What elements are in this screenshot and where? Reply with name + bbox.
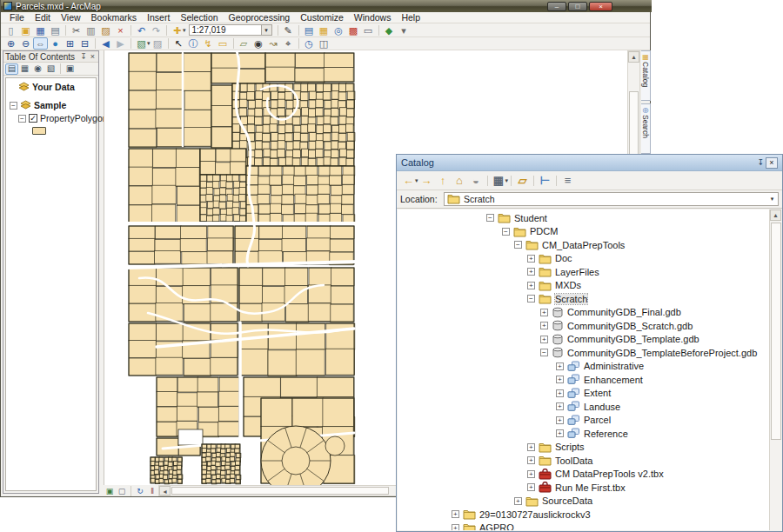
- expand-icon[interactable]: +: [527, 282, 535, 289]
- catalog-tree-item[interactable]: +CommunityGDB_Scratch.gdb: [540, 319, 693, 332]
- go-back-extent-button[interactable]: ◀: [98, 37, 113, 50]
- expand-icon[interactable]: +: [527, 456, 535, 464]
- close-icon[interactable]: ×: [766, 157, 778, 169]
- catalog-tree-item[interactable]: −Student: [486, 211, 547, 224]
- arctoolbox-window-button[interactable]: ▩: [346, 24, 361, 37]
- redo-button[interactable]: ↷: [149, 24, 164, 37]
- catalog-tree-item[interactable]: +AGPRO: [452, 522, 514, 531]
- find-route-button[interactable]: ↝: [266, 37, 281, 50]
- title-bar[interactable]: Parcels.mxd - ArcMap – □ ×: [1, 0, 652, 12]
- html-popup-button[interactable]: ▭: [216, 37, 231, 50]
- scrollbar-thumb[interactable]: [771, 223, 781, 440]
- catalog-tree-item[interactable]: +CommunityGDB_Template.gdb: [540, 333, 699, 346]
- toc-item-propertypolygons[interactable]: − ✓ PropertyPolygons: [18, 112, 112, 124]
- catalog-tree-item[interactable]: +Administrative: [556, 360, 644, 373]
- expand-icon[interactable]: +: [527, 268, 535, 276]
- pin-icon[interactable]: ↧: [78, 52, 89, 61]
- toolbar-options-button[interactable]: ▾: [397, 24, 412, 37]
- catalog-tree-item[interactable]: +SourceData: [514, 495, 592, 508]
- list-by-drawing-order-button[interactable]: ▤: [5, 63, 18, 75]
- collapse-icon[interactable]: −: [486, 214, 494, 222]
- copy-button[interactable]: ▥: [84, 24, 98, 37]
- menu-item-geoprocessing[interactable]: Geoprocessing: [224, 12, 296, 23]
- expand-icon[interactable]: +: [556, 376, 564, 383]
- identify-button[interactable]: ⓘ: [186, 37, 201, 50]
- catalog-tree-item[interactable]: +Reference: [556, 427, 628, 440]
- create-viewer-window-button[interactable]: ◫: [317, 37, 331, 50]
- open-folder-button[interactable]: ▣: [18, 24, 33, 37]
- home-folder-button[interactable]: ⌂: [452, 173, 468, 188]
- maximize-button[interactable]: □: [568, 2, 587, 11]
- catalog-tree-item[interactable]: +Extent: [556, 387, 611, 400]
- expand-icon[interactable]: +: [514, 497, 522, 505]
- expand-icon[interactable]: +: [527, 483, 535, 491]
- save-button[interactable]: ▦: [33, 24, 48, 37]
- table-of-contents-window-button[interactable]: ▤: [302, 24, 317, 37]
- catalog-tree-item[interactable]: +Doc: [527, 252, 572, 265]
- catalog-tree-item[interactable]: +ToolData: [527, 454, 592, 467]
- collapse-icon[interactable]: −: [514, 241, 522, 249]
- location-combo[interactable]: Scratch ▾: [444, 192, 779, 206]
- catalog-tree-item[interactable]: −Scratch: [527, 292, 587, 305]
- scale-dropdown-icon[interactable]: ▾: [261, 25, 271, 35]
- toc-item-sample[interactable]: − Sample: [10, 99, 66, 111]
- new-document-button[interactable]: ▯: [3, 24, 18, 37]
- map-scale-combo[interactable]: 1:27,019 ▾: [189, 24, 272, 36]
- expand-icon[interactable]: +: [540, 322, 548, 329]
- catalog-tree-item[interactable]: +Run Me First.tbx: [527, 481, 626, 494]
- editor-toolbar-button[interactable]: ✎: [281, 24, 296, 37]
- tab-catalog[interactable]: ▦ Catalog: [641, 50, 651, 101]
- catalog-tree-item[interactable]: −CommunityGDB_TemplateBeforeProject.gdb: [540, 346, 757, 359]
- paste-button[interactable]: ▨: [98, 24, 113, 37]
- go-to-xy-button[interactable]: ⌖: [281, 37, 296, 50]
- expand-icon[interactable]: +: [540, 309, 548, 316]
- parcel-fill-swatch[interactable]: [32, 127, 46, 135]
- default-geodatabase-button[interactable]: ◒: [468, 173, 485, 188]
- delete-button[interactable]: ×: [113, 24, 128, 37]
- menu-item-customize[interactable]: Customize: [295, 12, 349, 23]
- expand-icon[interactable]: +: [556, 416, 564, 424]
- catalog-tree-item[interactable]: +29=0130727auslickrockv3: [452, 508, 591, 521]
- catalog-tree-item[interactable]: +CM DataPrepTools v2.tbx: [527, 468, 664, 481]
- menu-item-selection[interactable]: Selection: [175, 12, 223, 23]
- catalog-tree-item[interactable]: +Landuse: [556, 400, 620, 413]
- pause-drawing-button[interactable]: ‖: [146, 486, 158, 496]
- find-button[interactable]: ◉: [251, 37, 266, 50]
- catalog-tree-item[interactable]: +Parcel: [556, 414, 611, 427]
- fixed-zoom-out-button[interactable]: ⊟: [77, 37, 92, 50]
- up-one-level-button[interactable]: ↑: [435, 173, 452, 188]
- scroll-up-icon[interactable]: ▴: [770, 209, 781, 221]
- catalog-tree-item[interactable]: +Scripts: [527, 441, 585, 454]
- expand-icon[interactable]: +: [556, 389, 564, 397]
- scrollbar-thumb[interactable]: [171, 487, 389, 495]
- toc-item-your-data[interactable]: Your Data: [18, 81, 75, 93]
- catalog-scrollbar[interactable]: ▴: [769, 209, 782, 530]
- layout-view-button[interactable]: ▢: [116, 486, 128, 496]
- layer-visibility-checkbox[interactable]: ✓: [29, 114, 37, 123]
- close-button[interactable]: ×: [589, 2, 612, 11]
- list-by-source-button[interactable]: ▦: [18, 63, 31, 75]
- catalog-tree-item[interactable]: −PDCM: [502, 225, 558, 238]
- refresh-view-button[interactable]: ↻: [134, 486, 146, 496]
- zoom-out-button[interactable]: ⊖: [18, 37, 33, 50]
- menu-item-bookmarks[interactable]: Bookmarks: [86, 12, 143, 23]
- tree-structure-button[interactable]: ⊢: [537, 173, 553, 188]
- expand-icon[interactable]: +: [556, 402, 564, 410]
- scroll-up-icon[interactable]: ▴: [628, 51, 639, 63]
- catalog-tree-item[interactable]: +Enhancement: [556, 373, 643, 386]
- expand-icon[interactable]: +: [452, 524, 459, 531]
- options-button[interactable]: ≡: [559, 173, 576, 188]
- catalog-tree-item[interactable]: +LayerFiles: [527, 265, 599, 278]
- clear-selection-button[interactable]: ▨: [151, 37, 165, 50]
- list-by-selection-button[interactable]: ▧: [44, 63, 57, 75]
- undo-button[interactable]: ↶: [134, 24, 149, 37]
- search-window-button[interactable]: ◎: [331, 24, 346, 37]
- scroll-left-icon[interactable]: ◂: [159, 486, 171, 495]
- collapse-icon[interactable]: −: [540, 349, 548, 356]
- catalog-window-button[interactable]: ▦: [317, 24, 331, 37]
- fixed-zoom-in-button[interactable]: ⊞: [63, 37, 77, 50]
- menu-item-help[interactable]: Help: [396, 12, 425, 23]
- launch-arcmap-button[interactable]: ▱: [514, 173, 531, 188]
- hyperlink-button[interactable]: ↯: [201, 37, 216, 50]
- catalog-tree-item[interactable]: −CM_DataPrepTools: [514, 238, 625, 251]
